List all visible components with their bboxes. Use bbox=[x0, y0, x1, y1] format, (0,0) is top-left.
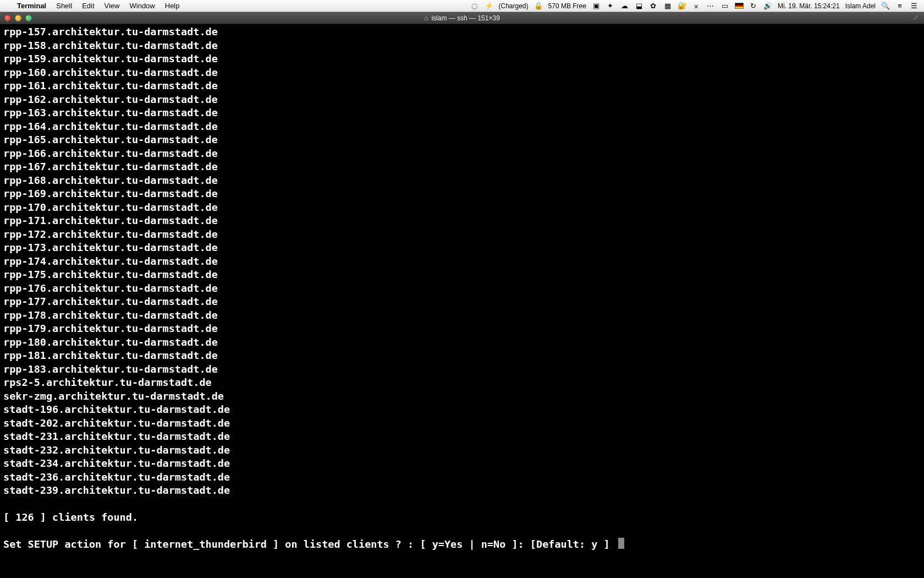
window-title-text: islam — ssh — 151×39 bbox=[431, 14, 499, 22]
user-menu[interactable]: Islam Adel bbox=[845, 2, 876, 10]
menu-help[interactable]: Help bbox=[160, 2, 185, 10]
terminal-count-line: [ 126 ] clients found. bbox=[3, 511, 921, 525]
terminal-output-line: rpp-160.architektur.tu-darmstadt.de bbox=[3, 66, 921, 80]
key-icon[interactable]: ✦ bbox=[606, 2, 615, 10]
menu-view[interactable]: View bbox=[100, 2, 125, 10]
dots-icon[interactable]: ⋯ bbox=[706, 2, 715, 10]
battery-icon[interactable]: ▭ bbox=[721, 2, 729, 10]
terminal-output-line: rpp-170.architektur.tu-darmstadt.de bbox=[3, 201, 921, 215]
terminal-viewport[interactable]: rpp-157.architektur.tu-darmstadt.derpp-1… bbox=[0, 24, 924, 578]
terminal-output-line: rpp-181.architektur.tu-darmstadt.de bbox=[3, 349, 921, 363]
terminal-output-line: rpp-164.architektur.tu-darmstadt.de bbox=[3, 120, 921, 134]
clock[interactable]: Mi. 19. Mär. 15:24:21 bbox=[778, 2, 840, 10]
evernote-icon[interactable]: ✿ bbox=[649, 2, 658, 10]
terminal-output-line: rpp-169.architektur.tu-darmstadt.de bbox=[3, 187, 921, 201]
menubar-right: ◌ ⚡ (Charged) 🔒 570 MB Free ▣ ✦ ☁ ⬓ ✿ ▦ … bbox=[470, 2, 925, 10]
terminal-output-line: stadt-239.architektur.tu-darmstadt.de bbox=[3, 484, 921, 498]
terminal-output-line: rpp-163.architektur.tu-darmstadt.de bbox=[3, 106, 921, 120]
app-menu[interactable]: Terminal bbox=[12, 2, 51, 10]
minimize-button[interactable] bbox=[15, 15, 21, 21]
zoom-button[interactable] bbox=[25, 15, 32, 21]
menu-shell[interactable]: Shell bbox=[51, 2, 77, 10]
dropbox-icon[interactable]: ⬓ bbox=[635, 2, 644, 10]
window-titlebar[interactable]: ⌂islam — ssh — 151×39 ⤢ bbox=[0, 12, 924, 24]
macos-menubar: Terminal Shell Edit View Window Help ◌ ⚡… bbox=[0, 0, 924, 12]
menu-window[interactable]: Window bbox=[125, 2, 160, 10]
terminal-output-line: rpp-178.architektur.tu-darmstadt.de bbox=[3, 309, 921, 323]
cursor-icon bbox=[618, 538, 624, 549]
terminal-output-line: rpp-162.architektur.tu-darmstadt.de bbox=[3, 93, 921, 107]
terminal-output-line: stadt-231.architektur.tu-darmstadt.de bbox=[3, 430, 921, 444]
terminal-output-line: rpp-171.architektur.tu-darmstadt.de bbox=[3, 214, 921, 228]
terminal-output-line: rpp-174.architektur.tu-darmstadt.de bbox=[3, 255, 921, 269]
camera-icon[interactable]: ▣ bbox=[592, 2, 601, 10]
terminal-output-line: rps2-5.architektur.tu-darmstadt.de bbox=[3, 376, 921, 390]
spotlight-icon[interactable]: 🔍 bbox=[881, 2, 890, 10]
battery-status[interactable]: (Charged) bbox=[499, 2, 529, 10]
close-button[interactable] bbox=[4, 15, 11, 21]
terminal-output-line: rpp-175.architektur.tu-darmstadt.de bbox=[3, 268, 921, 282]
terminal-output-line: stadt-234.architektur.tu-darmstadt.de bbox=[3, 457, 921, 471]
wifi-icon[interactable]: ⨉ bbox=[692, 2, 701, 10]
timemachine-icon[interactable]: ↻ bbox=[749, 2, 758, 10]
terminal-blank-line bbox=[3, 498, 921, 511]
terminal-output-line: rpp-157.architektur.tu-darmstadt.de bbox=[3, 25, 921, 39]
window-controls bbox=[0, 15, 32, 21]
terminal-output-line: rpp-158.architektur.tu-darmstadt.de bbox=[3, 39, 921, 53]
input-source-flag-icon[interactable] bbox=[735, 3, 744, 9]
menubar-left: Terminal Shell Edit View Window Help bbox=[0, 2, 185, 10]
terminal-output-line: stadt-196.architektur.tu-darmstadt.de bbox=[3, 403, 921, 417]
terminal-output-line: stadt-232.architektur.tu-darmstadt.de bbox=[3, 444, 921, 457]
menu-edit[interactable]: Edit bbox=[77, 2, 99, 10]
power-icon[interactable]: ⚡ bbox=[485, 2, 493, 10]
vpn-icon[interactable]: ▦ bbox=[663, 2, 672, 10]
terminal-output-line: rpp-161.architektur.tu-darmstadt.de bbox=[3, 79, 921, 93]
sync-icon[interactable]: ◌ bbox=[470, 2, 479, 10]
memory-free[interactable]: 570 MB Free bbox=[548, 2, 586, 10]
lock-icon[interactable]: 🔒 bbox=[534, 2, 543, 10]
terminal-output-line: stadt-202.architektur.tu-darmstadt.de bbox=[3, 417, 921, 430]
window-title: ⌂islam — ssh — 151×39 bbox=[424, 14, 500, 22]
terminal-output-line: rpp-172.architektur.tu-darmstadt.de bbox=[3, 228, 921, 242]
home-icon: ⌂ bbox=[424, 14, 428, 22]
terminal-blank-line bbox=[3, 525, 921, 538]
lock2-icon[interactable]: 🔐 bbox=[678, 2, 686, 10]
terminal-output-line: rpp-176.architektur.tu-darmstadt.de bbox=[3, 282, 921, 296]
terminal-prompt-line[interactable]: Set SETUP action for [ internet_thunderb… bbox=[3, 538, 921, 552]
terminal-output-line: stadt-236.architektur.tu-darmstadt.de bbox=[3, 471, 921, 484]
terminal-window: ⌂islam — ssh — 151×39 ⤢ Text Window Shel… bbox=[0, 12, 924, 578]
fullscreen-icon[interactable]: ⤢ bbox=[913, 14, 921, 21]
terminal-output-line: rpp-167.architektur.tu-darmstadt.de bbox=[3, 160, 921, 174]
terminal-output-line: rpp-180.architektur.tu-darmstadt.de bbox=[3, 336, 921, 350]
menu-extra-icon[interactable]: ☰ bbox=[910, 2, 919, 10]
terminal-output-line: rpp-165.architektur.tu-darmstadt.de bbox=[3, 133, 921, 147]
terminal-output-line: rpp-159.architektur.tu-darmstadt.de bbox=[3, 52, 921, 66]
volume-icon[interactable]: 🔊 bbox=[763, 2, 772, 10]
terminal-output-line: rpp-166.architektur.tu-darmstadt.de bbox=[3, 147, 921, 161]
terminal-output-line: rpp-183.architektur.tu-darmstadt.de bbox=[3, 363, 921, 377]
cloud-icon[interactable]: ☁ bbox=[620, 2, 629, 10]
terminal-output-line: rpp-173.architektur.tu-darmstadt.de bbox=[3, 241, 921, 255]
terminal-output-line: rpp-177.architektur.tu-darmstadt.de bbox=[3, 295, 921, 309]
terminal-output-line: rpp-168.architektur.tu-darmstadt.de bbox=[3, 174, 921, 188]
notification-center-icon[interactable]: ≡ bbox=[895, 2, 904, 10]
terminal-output-line: rpp-179.architektur.tu-darmstadt.de bbox=[3, 322, 921, 336]
terminal-output-line: sekr-zmg.architektur.tu-darmstadt.de bbox=[3, 390, 921, 403]
